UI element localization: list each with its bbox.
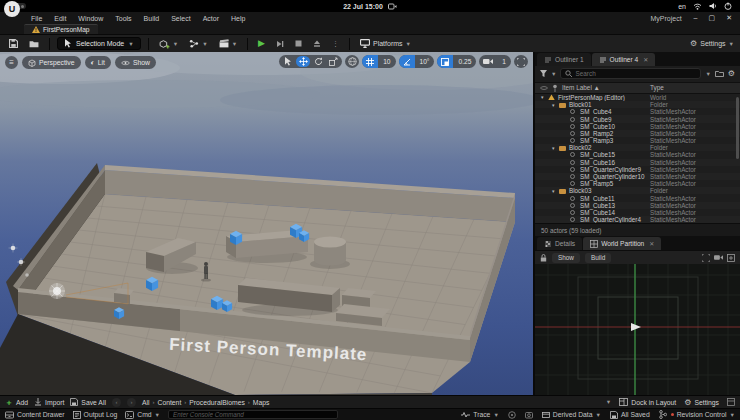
maximize-viewport-button[interactable] <box>514 55 528 68</box>
expander-icon[interactable] <box>552 102 559 108</box>
scale-snap-value[interactable]: 0.25 <box>453 58 476 65</box>
rotate-tool[interactable] <box>311 56 325 67</box>
world-partition-minimap[interactable] <box>535 264 740 395</box>
console-command-box[interactable] <box>168 410 338 419</box>
level-viewport[interactable]: First Person Template ≡ Perspective <box>0 52 533 395</box>
table-row[interactable]: FirstPersonMap (Editor) World <box>535 94 740 101</box>
table-row[interactable]: Block02 Folder <box>535 144 740 151</box>
outliner-scrollbar[interactable] <box>736 97 739 159</box>
add-button[interactable]: ＋Add <box>5 397 28 408</box>
screenshot-icon[interactable] <box>525 411 533 419</box>
table-row[interactable]: SM_Ramp5 StaticMeshActor <box>535 180 740 187</box>
table-row[interactable]: SM_QuarterCylinder9 StaticMeshActor <box>535 166 740 173</box>
import-button[interactable]: Import <box>34 398 64 406</box>
minimize-button[interactable]: – <box>694 14 698 22</box>
scale-tool[interactable] <box>326 56 340 67</box>
console-command-input[interactable] <box>173 411 333 418</box>
unreal-logo[interactable]: U <box>4 1 20 17</box>
rotation-snap-control[interactable]: 10° <box>399 55 435 68</box>
table-row[interactable]: SM_Cube9 StaticMeshActor <box>535 115 740 122</box>
move-tool[interactable] <box>296 56 310 67</box>
insights-icon[interactable] <box>508 411 516 419</box>
table-row[interactable]: SM_QuarterCylinder4 StaticMeshActor <box>535 216 740 223</box>
layout-icon[interactable] <box>727 398 735 406</box>
filter-chevron-icon[interactable]: ▼ <box>551 71 556 77</box>
close-tab-icon[interactable]: ✕ <box>643 56 648 63</box>
close-tab-icon[interactable]: ✕ <box>649 240 654 247</box>
derived-data-dropdown[interactable]: Derived Data ▼ <box>542 411 601 419</box>
dock-in-layout-button[interactable]: Dock in Layout <box>619 398 676 406</box>
forward-button[interactable]: › <box>127 398 136 407</box>
build-dropdown[interactable]: Build <box>585 253 611 263</box>
grid-snap-control[interactable]: 10 <box>362 55 395 68</box>
menu-item[interactable]: Edit <box>49 13 71 24</box>
search-input[interactable] <box>575 70 696 77</box>
menu-item[interactable]: Actor <box>198 13 224 24</box>
all-saved-indicator[interactable]: All Saved <box>610 411 650 419</box>
save-all-button[interactable]: Save All <box>70 398 106 406</box>
expander-icon[interactable] <box>541 94 548 100</box>
filter-icon[interactable] <box>540 70 547 77</box>
menu-item[interactable]: Select <box>166 13 195 24</box>
focus-selection-icon[interactable] <box>702 254 710 262</box>
view-mode-dropdown[interactable]: ◐ Lit <box>85 56 111 69</box>
toolbar-settings-dropdown[interactable]: ⚙ Settings ▼ <box>690 39 734 48</box>
play-options-menu[interactable]: ⋮ <box>329 38 342 50</box>
world-coordinate-toggle[interactable] <box>345 55 359 68</box>
viewport-options-menu[interactable]: ≡ <box>5 56 18 69</box>
scale-snap-control[interactable]: 0.25 <box>437 55 476 68</box>
table-row[interactable]: SM_QuarterCylinder10 StaticMeshActor <box>535 173 740 180</box>
skip-button[interactable] <box>273 38 287 50</box>
menu-item[interactable]: Tools <box>110 13 136 24</box>
table-row[interactable]: SM_Cube11 StaticMeshActor <box>535 194 740 201</box>
tab-details[interactable]: Details <box>537 237 582 250</box>
trace-dropdown[interactable]: Trace ▼ <box>461 411 499 418</box>
add-actor-dropdown[interactable]: ▼ <box>156 37 181 51</box>
cinematics-dropdown[interactable]: ▼ <box>216 37 240 50</box>
pin-column-icon[interactable] <box>552 84 558 92</box>
stop-button[interactable] <box>292 38 305 49</box>
selection-mode-dropdown[interactable]: Selection Mode ▼ <box>57 37 141 50</box>
platforms-dropdown[interactable]: Platforms ▼ <box>357 37 414 50</box>
outliner-settings-icon[interactable]: ⚙ <box>728 69 735 78</box>
content-settings-button[interactable]: ⚙ Settings <box>684 398 719 407</box>
bugit-icon[interactable] <box>727 254 735 262</box>
content-drawer-button[interactable]: Content Drawer <box>5 411 65 419</box>
tab-outliner-1[interactable]: Outliner 1 <box>537 53 591 66</box>
expander-icon[interactable] <box>552 145 559 151</box>
launch-button[interactable] <box>310 38 324 50</box>
table-row[interactable]: SM_Ramp2 StaticMeshActor <box>535 130 740 137</box>
output-log-button[interactable]: Output Log <box>73 411 118 419</box>
table-row[interactable]: SM_Cube15 StaticMeshActor <box>535 151 740 158</box>
column-item-label[interactable]: Item Label ▲ <box>562 84 600 91</box>
table-row[interactable]: Block03 Folder <box>535 187 740 194</box>
table-row[interactable]: SM_Cube13 StaticMeshActor <box>535 202 740 209</box>
table-row[interactable]: SM_Cube10 StaticMeshActor <box>535 123 740 130</box>
follow-camera-icon[interactable] <box>714 254 723 262</box>
table-row[interactable]: SM_Cube14 StaticMeshActor <box>535 209 740 216</box>
cmd-dropdown[interactable]: Cmd ▼ <box>125 411 160 419</box>
saved-search-chevron-icon[interactable]: ▼ <box>705 71 710 77</box>
level-tab[interactable]: FirstPersonMap <box>24 24 98 34</box>
breadcrumb-item[interactable]: Content › <box>157 399 186 406</box>
breadcrumb-item[interactable]: Maps <box>253 399 273 406</box>
outliner-search-box[interactable] <box>560 68 701 79</box>
tab-world-partition[interactable]: World Partition ✕ <box>583 237 661 250</box>
visibility-column-icon[interactable] <box>540 85 548 91</box>
revision-control-dropdown[interactable]: Revision Control ▼ <box>659 410 735 419</box>
camera-speed-value[interactable]: 1 <box>497 58 511 65</box>
os-clock[interactable]: 22 Jul 15:00 <box>343 3 383 10</box>
breadcrumb-item[interactable]: All › <box>142 399 155 406</box>
expander-icon[interactable] <box>552 188 559 194</box>
maximize-button[interactable]: ▢ <box>709 14 716 22</box>
column-type[interactable]: Type <box>650 84 664 91</box>
lock-icon[interactable] <box>540 254 547 262</box>
show-dropdown[interactable]: Show <box>552 253 580 263</box>
play-button[interactable]: ▶ <box>255 37 268 50</box>
table-row[interactable]: SM_Cube4 StaticMeshActor <box>535 108 740 115</box>
new-folder-icon[interactable] <box>715 70 724 77</box>
menu-item[interactable]: Build <box>139 13 165 24</box>
perspective-dropdown[interactable]: Perspective <box>22 56 81 69</box>
content-browser-icon[interactable] <box>26 38 42 50</box>
menu-item[interactable]: Help <box>226 13 250 24</box>
